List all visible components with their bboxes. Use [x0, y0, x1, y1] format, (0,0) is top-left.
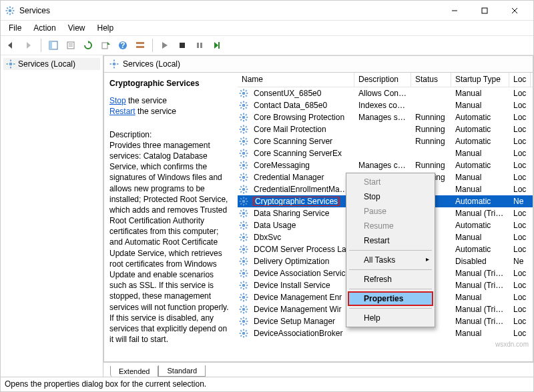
- svg-line-220: [246, 323, 247, 325]
- col-log-on-as[interactable]: Loc: [509, 73, 531, 87]
- properties-button[interactable]: [63, 37, 79, 53]
- ctx-all-tasks[interactable]: All Tasks: [348, 253, 433, 267]
- ctx-separator: [349, 289, 432, 289]
- gear-icon: [238, 101, 250, 110]
- cell-startup-type: Manual: [451, 185, 509, 194]
- cell-startup-type: Manual (Trigg...: [451, 317, 509, 326]
- gear-icon: [238, 329, 250, 338]
- svg-rect-10: [482, 8, 487, 13]
- cell-name: Contact Data_685e0: [250, 101, 354, 110]
- pause-service-button[interactable]: [192, 37, 208, 53]
- ctx-refresh[interactable]: Refresh: [348, 272, 433, 287]
- col-description[interactable]: Description: [354, 73, 411, 87]
- svg-line-49: [246, 95, 247, 97]
- ctx-properties[interactable]: Properties: [348, 291, 433, 306]
- svg-line-186: [246, 270, 247, 271]
- menu-action[interactable]: Action: [28, 22, 61, 34]
- context-menu: Start Stop Pause Resume Restart All Task…: [346, 173, 435, 327]
- svg-line-123: [246, 186, 247, 187]
- menu-file[interactable]: File: [3, 22, 27, 34]
- service-row[interactable]: Contact Data_685e0Indexes cont...ManualL…: [238, 99, 533, 111]
- nav-root-services-local[interactable]: Services (Local): [3, 58, 100, 70]
- service-row[interactable]: CoreMessagingManages co...RunningAutomat…: [238, 159, 533, 171]
- cell-startup-type: Manual: [451, 89, 509, 98]
- svg-line-202: [246, 299, 247, 301]
- svg-point-169: [242, 260, 246, 263]
- export-list-button[interactable]: [97, 37, 113, 53]
- cell-name: Data Usage: [250, 221, 354, 230]
- ctx-restart[interactable]: Restart: [348, 233, 433, 248]
- svg-rect-26: [136, 46, 144, 48]
- menu-view[interactable]: View: [63, 22, 91, 34]
- service-row[interactable]: DeviceAssociationBrokerManualLoc: [238, 327, 533, 339]
- cell-startup-type: Automatic: [451, 245, 509, 254]
- svg-line-69: [246, 114, 247, 115]
- restart-service-button[interactable]: [209, 37, 225, 53]
- svg-line-112: [246, 179, 247, 181]
- show-hide-tree-button[interactable]: [45, 37, 61, 53]
- cell-log-on-as: Loc: [509, 89, 531, 98]
- svg-line-203: [240, 299, 242, 301]
- col-startup-type[interactable]: Startup Type: [451, 73, 509, 87]
- minimize-button[interactable]: [439, 1, 469, 20]
- gear-icon: [238, 149, 250, 158]
- forward-button[interactable]: [21, 37, 37, 53]
- svg-line-132: [246, 198, 247, 199]
- start-service-button[interactable]: [157, 37, 173, 53]
- gear-icon: [238, 305, 250, 314]
- back-button[interactable]: [3, 37, 19, 53]
- svg-rect-25: [136, 42, 144, 44]
- refresh-button[interactable]: [80, 37, 96, 53]
- pane-header: Services (Local): [103, 55, 533, 73]
- service-row[interactable]: Core Scanning ServerExManualLoc: [238, 147, 533, 159]
- cell-startup-type: Manual (Trigg...: [451, 281, 509, 290]
- filter-button[interactable]: [132, 37, 148, 53]
- help-button[interactable]: ?: [115, 37, 131, 53]
- cell-name: Credential Manager: [250, 173, 354, 182]
- svg-line-168: [246, 246, 247, 247]
- service-row[interactable]: Core Scanning ServerRunningAutomaticLoc: [238, 135, 533, 147]
- service-row[interactable]: Core Browsing ProtectionManages se...Run…: [238, 111, 533, 123]
- svg-point-115: [242, 188, 246, 191]
- svg-line-96: [246, 150, 247, 151]
- window-title: Services: [19, 6, 439, 15]
- svg-line-230: [240, 335, 242, 337]
- maximize-button[interactable]: [469, 1, 499, 20]
- cell-startup-type: Automatic: [451, 125, 509, 134]
- col-name[interactable]: Name: [238, 73, 354, 87]
- cell-startup-type: Manual (Trigg...: [451, 269, 509, 278]
- ctx-stop[interactable]: Stop: [348, 189, 433, 204]
- svg-rect-28: [180, 43, 185, 48]
- svg-marker-27: [162, 42, 168, 49]
- svg-marker-14: [27, 42, 31, 49]
- svg-line-77: [240, 131, 242, 133]
- close-button[interactable]: [499, 1, 529, 20]
- tab-extended[interactable]: Extended: [110, 366, 158, 377]
- cell-log-on-as: Loc: [509, 305, 531, 314]
- restart-service-link[interactable]: Restart: [109, 107, 136, 116]
- svg-line-211: [246, 311, 247, 313]
- detail-pane: Services (Local) Cryptographic Services …: [103, 55, 533, 377]
- svg-line-158: [240, 239, 242, 241]
- service-row[interactable]: ConsentUX_685e0Allows Conn...ManualLoc: [238, 87, 533, 99]
- svg-line-58: [246, 107, 247, 109]
- service-row[interactable]: Core Mail ProtectionRunningAutomaticLoc: [238, 123, 533, 135]
- cell-status: Running: [411, 125, 451, 134]
- col-status[interactable]: Status: [411, 73, 451, 87]
- cell-log-on-as: Loc: [509, 269, 531, 278]
- ctx-pause: Pause: [348, 204, 433, 219]
- ctx-help[interactable]: Help: [348, 311, 433, 325]
- stop-service-button[interactable]: [174, 37, 190, 53]
- svg-line-102: [240, 162, 242, 163]
- cell-name: Core Browsing Protection: [250, 113, 354, 122]
- stop-service-link[interactable]: Stop: [109, 96, 126, 105]
- svg-line-60: [246, 102, 247, 103]
- services-list: Name Description Status Startup Type Loc…: [238, 73, 533, 361]
- gear-icon: [238, 281, 250, 290]
- svg-line-86: [240, 143, 242, 145]
- cell-startup-type: Manual (Trigg...: [451, 305, 509, 314]
- menu-help[interactable]: Help: [92, 22, 119, 34]
- cell-name: Device Install Service: [250, 281, 354, 290]
- cell-name: Core Scanning Server: [250, 137, 354, 146]
- tab-standard[interactable]: Standard: [158, 365, 206, 377]
